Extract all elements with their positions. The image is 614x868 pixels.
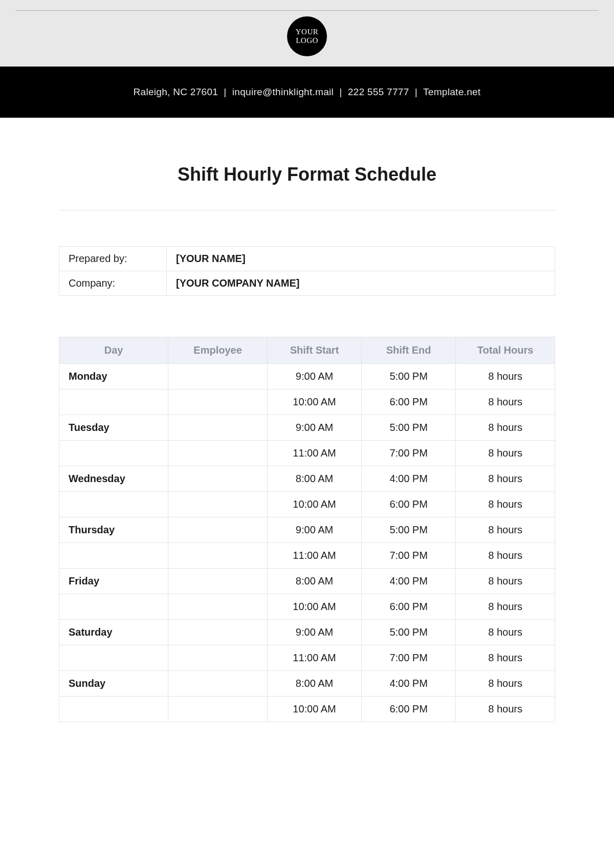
cell-day [59,441,168,466]
meta-row-prepared: Prepared by: [YOUR NAME] [59,247,555,271]
cell-end: 4:00 PM [362,671,456,697]
logo-line-1: YOUR [296,28,319,36]
cell-start: 8:00 AM [267,671,361,697]
cell-start: 10:00 AM [267,492,361,517]
meta-value-company: [YOUR COMPANY NAME] [167,271,555,296]
cell-total: 8 hours [456,364,555,389]
cell-total: 8 hours [456,415,555,441]
cell-employee [168,671,268,697]
cell-end: 7:00 PM [362,543,456,569]
cell-start: 11:00 AM [267,645,361,671]
table-row: 11:00 AM7:00 PM8 hours [59,543,555,569]
cell-total: 8 hours [456,697,555,722]
cell-day: Friday [59,569,168,594]
cell-total: 8 hours [456,594,555,620]
table-row: 10:00 AM6:00 PM8 hours [59,594,555,620]
table-row: Thursday9:00 AM5:00 PM8 hours [59,517,555,543]
cell-day [59,645,168,671]
header-email: inquire@thinklight.mail [232,86,334,98]
cell-total: 8 hours [456,671,555,697]
cell-start: 9:00 AM [267,415,361,441]
logo-placeholder: YOUR LOGO [287,16,327,56]
cell-end: 5:00 PM [362,517,456,543]
cell-end: 6:00 PM [362,594,456,620]
cell-employee [168,594,268,620]
meta-value-prepared: [YOUR NAME] [167,247,555,271]
cell-employee [168,697,268,722]
header-phone: 222 555 7777 [348,86,409,98]
table-row: Saturday9:00 AM5:00 PM8 hours [59,620,555,645]
cell-end: 6:00 PM [362,389,456,415]
frame-border-top [15,10,599,11]
header-site: Template.net [423,86,480,98]
header-grey-band: YOUR LOGO [0,0,614,67]
schedule-header-row: Day Employee Shift Start Shift End Total… [59,337,555,364]
col-header-employee: Employee [168,337,268,364]
col-header-day: Day [59,337,168,364]
cell-start: 9:00 AM [267,620,361,645]
cell-employee [168,415,268,441]
cell-end: 5:00 PM [362,415,456,441]
cell-total: 8 hours [456,441,555,466]
header-sep: | [334,86,348,98]
document-content: Shift Hourly Format Schedule Prepared by… [0,118,614,753]
cell-employee [168,364,268,389]
cell-total: 8 hours [456,620,555,645]
header-address: Raleigh, NC 27601 [134,86,218,98]
cell-employee [168,492,268,517]
cell-end: 6:00 PM [362,697,456,722]
schedule-table: Day Employee Shift Start Shift End Total… [59,337,555,722]
cell-total: 8 hours [456,492,555,517]
cell-employee [168,620,268,645]
cell-end: 4:00 PM [362,569,456,594]
cell-start: 11:00 AM [267,543,361,569]
cell-start: 10:00 AM [267,697,361,722]
table-row: Sunday8:00 AM4:00 PM8 hours [59,671,555,697]
cell-end: 6:00 PM [362,492,456,517]
page-title: Shift Hourly Format Schedule [59,164,555,185]
table-row: 11:00 AM7:00 PM8 hours [59,441,555,466]
cell-day: Saturday [59,620,168,645]
cell-day [59,543,168,569]
cell-employee [168,441,268,466]
cell-end: 4:00 PM [362,466,456,492]
table-row: 11:00 AM7:00 PM8 hours [59,645,555,671]
cell-day: Wednesday [59,466,168,492]
col-header-total: Total Hours [456,337,555,364]
cell-day [59,697,168,722]
cell-start: 9:00 AM [267,517,361,543]
cell-start: 9:00 AM [267,364,361,389]
header-black-band: Raleigh, NC 27601 | inquire@thinklight.m… [0,67,614,118]
col-header-end: Shift End [362,337,456,364]
cell-start: 10:00 AM [267,594,361,620]
meta-label-company: Company: [59,271,167,296]
cell-end: 5:00 PM [362,620,456,645]
page-frame: YOUR LOGO Raleigh, NC 27601 | inquire@th… [0,0,614,753]
table-row: Friday8:00 AM4:00 PM8 hours [59,569,555,594]
cell-total: 8 hours [456,543,555,569]
logo-line-2: LOGO [296,36,318,45]
table-row: Wednesday8:00 AM4:00 PM8 hours [59,466,555,492]
table-row: 10:00 AM6:00 PM8 hours [59,697,555,722]
cell-start: 8:00 AM [267,466,361,492]
cell-total: 8 hours [456,517,555,543]
cell-employee [168,389,268,415]
cell-day: Thursday [59,517,168,543]
cell-end: 7:00 PM [362,441,456,466]
cell-employee [168,543,268,569]
col-header-start: Shift Start [267,337,361,364]
cell-total: 8 hours [456,569,555,594]
cell-end: 7:00 PM [362,645,456,671]
cell-total: 8 hours [456,389,555,415]
header-sep: | [409,86,424,98]
cell-day [59,492,168,517]
cell-start: 11:00 AM [267,441,361,466]
cell-day [59,594,168,620]
cell-day: Monday [59,364,168,389]
cell-end: 5:00 PM [362,364,456,389]
cell-employee [168,466,268,492]
cell-employee [168,645,268,671]
cell-total: 8 hours [456,645,555,671]
meta-label-prepared: Prepared by: [59,247,167,271]
cell-day: Tuesday [59,415,168,441]
